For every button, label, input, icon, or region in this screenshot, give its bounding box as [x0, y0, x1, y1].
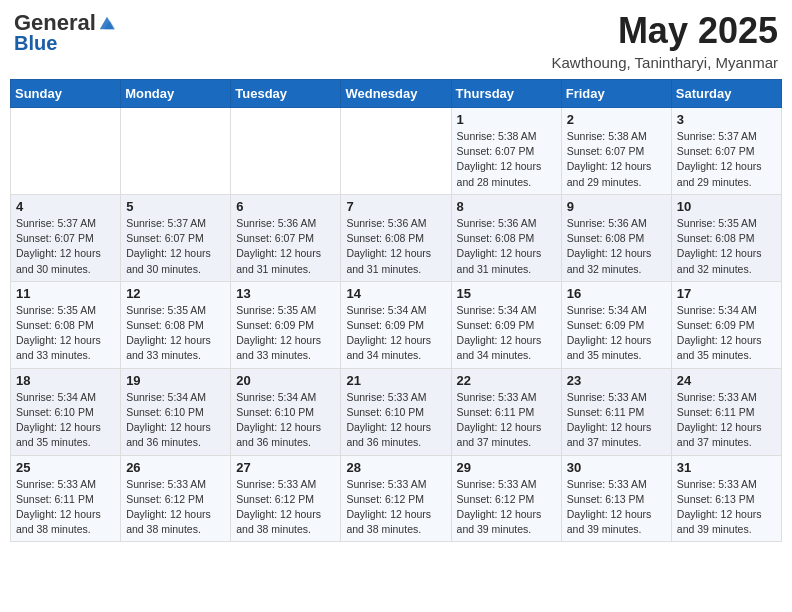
- day-number: 30: [567, 460, 666, 475]
- calendar-cell: 14Sunrise: 5:34 AM Sunset: 6:09 PM Dayli…: [341, 281, 451, 368]
- day-number: 20: [236, 373, 335, 388]
- day-number: 19: [126, 373, 225, 388]
- day-number: 27: [236, 460, 335, 475]
- calendar-cell: 2Sunrise: 5:38 AM Sunset: 6:07 PM Daylig…: [561, 108, 671, 195]
- calendar-cell: 27Sunrise: 5:33 AM Sunset: 6:12 PM Dayli…: [231, 455, 341, 542]
- day-number: 14: [346, 286, 445, 301]
- day-info: Sunrise: 5:36 AM Sunset: 6:08 PM Dayligh…: [346, 216, 445, 277]
- day-number: 26: [126, 460, 225, 475]
- day-info: Sunrise: 5:35 AM Sunset: 6:09 PM Dayligh…: [236, 303, 335, 364]
- calendar-cell: 30Sunrise: 5:33 AM Sunset: 6:13 PM Dayli…: [561, 455, 671, 542]
- day-info: Sunrise: 5:36 AM Sunset: 6:07 PM Dayligh…: [236, 216, 335, 277]
- calendar-cell: 1Sunrise: 5:38 AM Sunset: 6:07 PM Daylig…: [451, 108, 561, 195]
- calendar-title: May 2025: [551, 10, 778, 52]
- calendar-week-3: 11Sunrise: 5:35 AM Sunset: 6:08 PM Dayli…: [11, 281, 782, 368]
- calendar-cell: 3Sunrise: 5:37 AM Sunset: 6:07 PM Daylig…: [671, 108, 781, 195]
- page-header: General Blue May 2025 Kawthoung, Taninth…: [10, 10, 782, 71]
- day-info: Sunrise: 5:33 AM Sunset: 6:12 PM Dayligh…: [457, 477, 556, 538]
- day-number: 23: [567, 373, 666, 388]
- day-info: Sunrise: 5:34 AM Sunset: 6:10 PM Dayligh…: [236, 390, 335, 451]
- logo-icon: [98, 14, 116, 32]
- day-info: Sunrise: 5:37 AM Sunset: 6:07 PM Dayligh…: [16, 216, 115, 277]
- calendar-cell: 12Sunrise: 5:35 AM Sunset: 6:08 PM Dayli…: [121, 281, 231, 368]
- day-number: 25: [16, 460, 115, 475]
- calendar-cell: 7Sunrise: 5:36 AM Sunset: 6:08 PM Daylig…: [341, 194, 451, 281]
- calendar-cell: 31Sunrise: 5:33 AM Sunset: 6:13 PM Dayli…: [671, 455, 781, 542]
- day-number: 21: [346, 373, 445, 388]
- day-number: 9: [567, 199, 666, 214]
- day-number: 12: [126, 286, 225, 301]
- day-info: Sunrise: 5:34 AM Sunset: 6:09 PM Dayligh…: [677, 303, 776, 364]
- day-info: Sunrise: 5:33 AM Sunset: 6:12 PM Dayligh…: [236, 477, 335, 538]
- weekday-header-monday: Monday: [121, 80, 231, 108]
- calendar-week-2: 4Sunrise: 5:37 AM Sunset: 6:07 PM Daylig…: [11, 194, 782, 281]
- day-info: Sunrise: 5:34 AM Sunset: 6:09 PM Dayligh…: [457, 303, 556, 364]
- day-info: Sunrise: 5:36 AM Sunset: 6:08 PM Dayligh…: [457, 216, 556, 277]
- logo-blue-text: Blue: [14, 32, 57, 55]
- day-info: Sunrise: 5:37 AM Sunset: 6:07 PM Dayligh…: [126, 216, 225, 277]
- day-number: 24: [677, 373, 776, 388]
- calendar-cell: 15Sunrise: 5:34 AM Sunset: 6:09 PM Dayli…: [451, 281, 561, 368]
- day-info: Sunrise: 5:35 AM Sunset: 6:08 PM Dayligh…: [677, 216, 776, 277]
- day-info: Sunrise: 5:33 AM Sunset: 6:12 PM Dayligh…: [346, 477, 445, 538]
- calendar-cell: 13Sunrise: 5:35 AM Sunset: 6:09 PM Dayli…: [231, 281, 341, 368]
- day-number: 16: [567, 286, 666, 301]
- weekday-header-sunday: Sunday: [11, 80, 121, 108]
- calendar-cell: 11Sunrise: 5:35 AM Sunset: 6:08 PM Dayli…: [11, 281, 121, 368]
- calendar-header: SundayMondayTuesdayWednesdayThursdayFrid…: [11, 80, 782, 108]
- calendar-cell: [121, 108, 231, 195]
- day-info: Sunrise: 5:33 AM Sunset: 6:12 PM Dayligh…: [126, 477, 225, 538]
- day-info: Sunrise: 5:33 AM Sunset: 6:13 PM Dayligh…: [567, 477, 666, 538]
- calendar-cell: 18Sunrise: 5:34 AM Sunset: 6:10 PM Dayli…: [11, 368, 121, 455]
- day-info: Sunrise: 5:38 AM Sunset: 6:07 PM Dayligh…: [567, 129, 666, 190]
- day-info: Sunrise: 5:34 AM Sunset: 6:09 PM Dayligh…: [567, 303, 666, 364]
- calendar-cell: [341, 108, 451, 195]
- day-number: 8: [457, 199, 556, 214]
- logo: General Blue: [14, 10, 116, 55]
- day-info: Sunrise: 5:35 AM Sunset: 6:08 PM Dayligh…: [126, 303, 225, 364]
- calendar-cell: 25Sunrise: 5:33 AM Sunset: 6:11 PM Dayli…: [11, 455, 121, 542]
- calendar-cell: 28Sunrise: 5:33 AM Sunset: 6:12 PM Dayli…: [341, 455, 451, 542]
- day-info: Sunrise: 5:34 AM Sunset: 6:10 PM Dayligh…: [126, 390, 225, 451]
- day-number: 11: [16, 286, 115, 301]
- calendar-body: 1Sunrise: 5:38 AM Sunset: 6:07 PM Daylig…: [11, 108, 782, 542]
- calendar-subtitle: Kawthoung, Tanintharyi, Myanmar: [551, 54, 778, 71]
- calendar-cell: 6Sunrise: 5:36 AM Sunset: 6:07 PM Daylig…: [231, 194, 341, 281]
- calendar-week-4: 18Sunrise: 5:34 AM Sunset: 6:10 PM Dayli…: [11, 368, 782, 455]
- calendar-week-5: 25Sunrise: 5:33 AM Sunset: 6:11 PM Dayli…: [11, 455, 782, 542]
- day-info: Sunrise: 5:34 AM Sunset: 6:10 PM Dayligh…: [16, 390, 115, 451]
- day-number: 2: [567, 112, 666, 127]
- calendar-cell: [11, 108, 121, 195]
- calendar-cell: 8Sunrise: 5:36 AM Sunset: 6:08 PM Daylig…: [451, 194, 561, 281]
- calendar-cell: 24Sunrise: 5:33 AM Sunset: 6:11 PM Dayli…: [671, 368, 781, 455]
- calendar-cell: [231, 108, 341, 195]
- calendar-cell: 17Sunrise: 5:34 AM Sunset: 6:09 PM Dayli…: [671, 281, 781, 368]
- day-info: Sunrise: 5:33 AM Sunset: 6:13 PM Dayligh…: [677, 477, 776, 538]
- day-number: 7: [346, 199, 445, 214]
- day-number: 6: [236, 199, 335, 214]
- calendar-cell: 9Sunrise: 5:36 AM Sunset: 6:08 PM Daylig…: [561, 194, 671, 281]
- calendar-cell: 21Sunrise: 5:33 AM Sunset: 6:10 PM Dayli…: [341, 368, 451, 455]
- day-info: Sunrise: 5:36 AM Sunset: 6:08 PM Dayligh…: [567, 216, 666, 277]
- weekday-header-saturday: Saturday: [671, 80, 781, 108]
- weekday-header-thursday: Thursday: [451, 80, 561, 108]
- day-number: 4: [16, 199, 115, 214]
- day-number: 3: [677, 112, 776, 127]
- day-number: 29: [457, 460, 556, 475]
- calendar-cell: 19Sunrise: 5:34 AM Sunset: 6:10 PM Dayli…: [121, 368, 231, 455]
- day-info: Sunrise: 5:38 AM Sunset: 6:07 PM Dayligh…: [457, 129, 556, 190]
- day-info: Sunrise: 5:34 AM Sunset: 6:09 PM Dayligh…: [346, 303, 445, 364]
- day-info: Sunrise: 5:33 AM Sunset: 6:11 PM Dayligh…: [16, 477, 115, 538]
- day-number: 1: [457, 112, 556, 127]
- day-number: 31: [677, 460, 776, 475]
- day-info: Sunrise: 5:35 AM Sunset: 6:08 PM Dayligh…: [16, 303, 115, 364]
- day-number: 13: [236, 286, 335, 301]
- calendar-cell: 10Sunrise: 5:35 AM Sunset: 6:08 PM Dayli…: [671, 194, 781, 281]
- day-number: 15: [457, 286, 556, 301]
- day-info: Sunrise: 5:33 AM Sunset: 6:11 PM Dayligh…: [677, 390, 776, 451]
- calendar-cell: 22Sunrise: 5:33 AM Sunset: 6:11 PM Dayli…: [451, 368, 561, 455]
- weekday-header-friday: Friday: [561, 80, 671, 108]
- day-number: 17: [677, 286, 776, 301]
- calendar-week-1: 1Sunrise: 5:38 AM Sunset: 6:07 PM Daylig…: [11, 108, 782, 195]
- weekday-header-wednesday: Wednesday: [341, 80, 451, 108]
